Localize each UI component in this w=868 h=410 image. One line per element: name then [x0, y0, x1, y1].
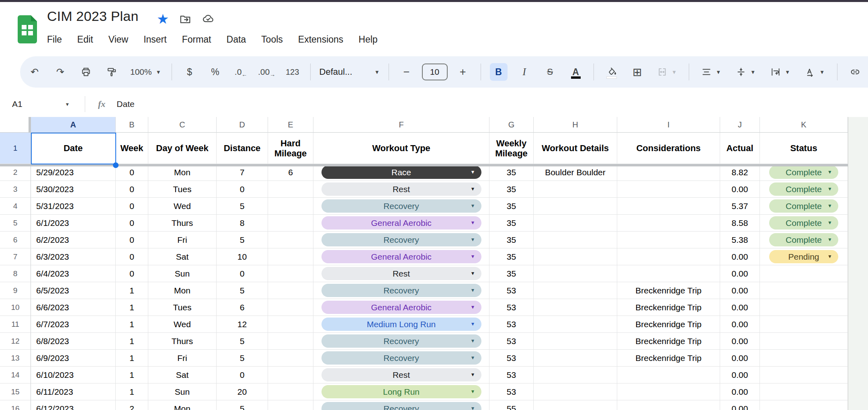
cell-G2[interactable]: 35 [489, 164, 534, 181]
cell-F4[interactable]: Recovery▼ [313, 198, 489, 215]
cell-B14[interactable]: 1 [116, 367, 148, 383]
cell-J5[interactable]: 8.58 [720, 215, 760, 232]
cell-B5[interactable]: 0 [116, 215, 148, 232]
cell-K14[interactable] [760, 367, 848, 383]
cell-J6[interactable]: 5.38 [720, 232, 760, 248]
cell-E9[interactable] [268, 282, 313, 299]
header-cell-week[interactable]: Week [116, 133, 148, 164]
cell-I6[interactable] [617, 232, 720, 248]
undo-icon[interactable]: ↶ [26, 63, 43, 81]
header-cell-considerations[interactable]: Considerations [617, 133, 720, 164]
format-currency-button[interactable]: $ [181, 63, 199, 81]
increase-font-size-button[interactable]: + [454, 63, 472, 81]
cell-E10[interactable] [268, 299, 313, 316]
cell-C4[interactable]: Wed [148, 198, 217, 215]
cell-J13[interactable]: 0.00 [720, 350, 760, 367]
cell-H6[interactable] [534, 232, 617, 248]
cell-B16[interactable]: 2 [116, 400, 148, 410]
text-color-button[interactable]: A [567, 63, 585, 81]
bold-button[interactable]: B [490, 63, 508, 81]
cell-F7[interactable]: General Aerobic▼ [313, 248, 489, 265]
cell-J8[interactable]: 0.00 [720, 265, 760, 282]
cell-H3[interactable] [534, 181, 617, 198]
cell-A6[interactable]: 6/2/2023 [31, 232, 116, 248]
cell-B10[interactable]: 1 [116, 299, 148, 316]
cell-H4[interactable] [534, 198, 617, 215]
workout-type-chip[interactable]: Rest▼ [321, 182, 481, 196]
cell-K3[interactable]: Complete▼ [760, 181, 848, 198]
cell-G14[interactable]: 53 [489, 367, 534, 383]
cell-K6[interactable]: Complete▼ [760, 232, 848, 248]
cell-K4[interactable]: Complete▼ [760, 198, 848, 215]
cell-J15[interactable]: 0.00 [720, 383, 760, 400]
cell-E12[interactable] [268, 333, 313, 350]
cell-D4[interactable]: 5 [217, 198, 268, 215]
italic-button[interactable]: I [516, 63, 533, 81]
cell-E7[interactable] [268, 248, 313, 265]
cell-G8[interactable]: 35 [489, 265, 534, 282]
cell-H10[interactable] [534, 299, 617, 316]
cell-H7[interactable] [534, 248, 617, 265]
cell-B3[interactable]: 0 [116, 181, 148, 198]
cell-D8[interactable]: 0 [217, 265, 268, 282]
menu-item-format[interactable]: Format [174, 32, 219, 47]
zoom-control[interactable]: 100% ▼ [130, 67, 161, 77]
cell-I16[interactable] [617, 400, 720, 410]
cell-C7[interactable]: Sat [148, 248, 217, 265]
column-header-A[interactable]: A [31, 117, 116, 133]
cell-I4[interactable] [617, 198, 720, 215]
text-wrap-button[interactable]: ▼ [767, 63, 794, 81]
column-header-B[interactable]: B [116, 117, 148, 133]
cell-I2[interactable] [617, 164, 720, 181]
status-chip[interactable]: Complete▼ [769, 166, 838, 179]
cell-A14[interactable]: 6/10/2023 [31, 367, 116, 383]
row-header-13[interactable]: 13 [0, 350, 31, 367]
cell-G3[interactable]: 35 [489, 181, 534, 198]
row-header-2[interactable]: 2 [0, 164, 31, 181]
cell-D15[interactable]: 20 [217, 383, 268, 400]
workout-type-chip[interactable]: Recovery▼ [321, 233, 481, 246]
cell-D3[interactable]: 0 [217, 181, 268, 198]
cell-J2[interactable]: 8.82 [720, 164, 760, 181]
cell-B9[interactable]: 1 [116, 282, 148, 299]
cell-I13[interactable]: Breckenridge Trip [617, 350, 720, 367]
cell-F10[interactable]: General Aerobic▼ [313, 299, 489, 316]
star-icon[interactable]: ★ [157, 12, 169, 26]
cell-H14[interactable] [534, 367, 617, 383]
status-chip[interactable]: Complete▼ [769, 216, 838, 230]
cell-J9[interactable]: 0.00 [720, 282, 760, 299]
workout-type-chip[interactable]: Long Run▼ [321, 385, 481, 398]
row-header-8[interactable]: 8 [0, 265, 31, 282]
cell-G11[interactable]: 53 [489, 316, 534, 333]
redo-icon[interactable]: ↷ [51, 63, 69, 81]
cloud-status-icon[interactable] [202, 13, 215, 25]
cell-G7[interactable]: 35 [489, 248, 534, 265]
column-header-H[interactable]: H [534, 117, 617, 133]
cell-A9[interactable]: 6/5/2023 [31, 282, 116, 299]
cell-D12[interactable]: 5 [217, 333, 268, 350]
row-header-5[interactable]: 5 [0, 215, 31, 232]
header-cell-day-of-week[interactable]: Day of Week [148, 133, 217, 164]
row-header-15[interactable]: 15 [0, 383, 31, 400]
cell-F9[interactable]: Recovery▼ [313, 282, 489, 299]
cell-H9[interactable] [534, 282, 617, 299]
cell-F13[interactable]: Recovery▼ [313, 350, 489, 367]
cell-E14[interactable] [268, 367, 313, 383]
cell-I5[interactable] [617, 215, 720, 232]
format-percent-button[interactable]: % [207, 63, 224, 81]
cell-H16[interactable] [534, 400, 617, 410]
select-all-corner[interactable] [0, 117, 31, 133]
menu-item-file[interactable]: File [39, 32, 70, 47]
cell-A15[interactable]: 6/11/2023 [31, 383, 116, 400]
cell-G12[interactable]: 53 [489, 333, 534, 350]
row-header-6[interactable]: 6 [0, 232, 31, 248]
cell-A12[interactable]: 6/8/2023 [31, 333, 116, 350]
cell-H8[interactable] [534, 265, 617, 282]
cell-K12[interactable] [760, 333, 848, 350]
column-header-J[interactable]: J [720, 117, 760, 133]
workout-type-chip[interactable]: Recovery▼ [321, 351, 481, 365]
formula-input[interactable]: Date [117, 99, 134, 109]
cell-H15[interactable] [534, 383, 617, 400]
cell-C16[interactable]: Mon [148, 400, 217, 410]
cell-I14[interactable] [617, 367, 720, 383]
